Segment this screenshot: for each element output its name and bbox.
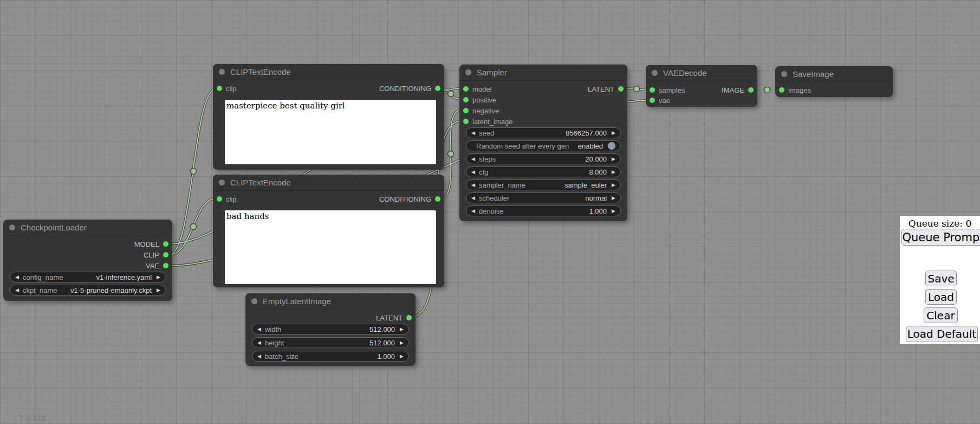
widget-random-seed-toggle[interactable]: Random seed after every gen enabled (466, 140, 621, 151)
widget-batch-size[interactable]: batch_size 1.000 (252, 351, 409, 362)
node-titlebar[interactable]: CLIPTextEncode (213, 175, 444, 191)
input-slot-latent-image[interactable]: latent_image (463, 117, 512, 126)
node-graph-canvas[interactable]: { "canvas": { "perf_text": "T: 0.00s" },… (0, 0, 980, 424)
widget-config-name[interactable]: config_name v1-inference.yaml (10, 272, 166, 282)
increment-arrow-icon[interactable] (157, 275, 160, 280)
input-slot-samples[interactable]: samples (650, 85, 685, 95)
input-slot-dot[interactable] (463, 86, 469, 92)
clear-button[interactable]: Clear (924, 307, 958, 323)
output-slot-dot[interactable] (748, 87, 754, 93)
node-titlebar[interactable]: SaveImage (775, 66, 893, 82)
increment-arrow-icon[interactable] (400, 327, 404, 332)
node-titlebar[interactable]: EmptyLatentImage (245, 293, 416, 310)
queue-prompt-button[interactable]: Queue Prompt (901, 229, 980, 246)
decrement-arrow-icon[interactable] (471, 209, 475, 214)
input-slot-dot[interactable] (779, 87, 784, 93)
widget-steps[interactable]: steps 20.000 (466, 153, 621, 164)
collapse-dot-icon[interactable] (219, 179, 225, 185)
load-default-button[interactable]: Load Default (906, 326, 978, 342)
widget-scheduler[interactable]: scheduler normal (466, 192, 621, 203)
input-slot-vae[interactable]: vae (650, 95, 670, 105)
decrement-arrow-icon[interactable] (471, 183, 475, 188)
output-slot-dot[interactable] (163, 252, 168, 258)
increment-arrow-icon[interactable] (612, 209, 615, 214)
decrement-arrow-icon[interactable] (471, 131, 475, 136)
node-vae-decode[interactable]: VAEDecode samples vae IMAGE (646, 65, 757, 107)
input-slot-positive[interactable]: positive (463, 95, 496, 105)
increment-arrow-icon[interactable] (400, 341, 404, 345)
decrement-arrow-icon[interactable] (471, 157, 475, 162)
increment-arrow-icon[interactable] (612, 183, 615, 188)
node-clip-text-encode-positive[interactable]: CLIPTextEncode clip CONDITIONING masterp… (213, 64, 444, 170)
slot-label: images (788, 86, 811, 94)
node-sampler[interactable]: Sampler model positive negative latent_i… (459, 65, 627, 221)
collapse-dot-icon[interactable] (219, 69, 225, 75)
widget-sampler-name[interactable]: sampler_name sample_euler (466, 179, 621, 190)
input-slot-dot[interactable] (217, 196, 222, 202)
input-slot-clip[interactable]: clip (217, 194, 237, 204)
increment-arrow-icon[interactable] (612, 170, 615, 175)
output-slot-dot[interactable] (163, 241, 168, 247)
output-slot-dot[interactable] (406, 315, 412, 320)
decrement-arrow-icon[interactable] (15, 275, 19, 280)
decrement-arrow-icon[interactable] (257, 327, 261, 332)
input-slot-dot[interactable] (217, 86, 222, 91)
widget-label: denoise (479, 207, 504, 215)
output-slot-conditioning[interactable]: CONDITIONING (379, 194, 440, 204)
output-slot-dot[interactable] (435, 86, 440, 91)
output-slot-conditioning[interactable]: CONDITIONING (379, 83, 440, 93)
output-slot-latent[interactable]: LATENT (588, 84, 624, 94)
prompt-textarea[interactable]: masterpiece best quality girl (225, 100, 436, 164)
increment-arrow-icon[interactable] (157, 288, 160, 293)
input-slot-negative[interactable]: negative (463, 106, 499, 115)
node-checkpoint-loader[interactable]: CheckpointLoader MODEL CLIP VAE config_n… (3, 220, 172, 301)
node-titlebar[interactable]: Sampler (459, 65, 627, 81)
input-slot-dot[interactable] (463, 119, 469, 124)
node-titlebar[interactable]: CheckpointLoader (3, 220, 172, 236)
widget-seed[interactable]: seed 8566257.000 (466, 127, 621, 138)
node-titlebar[interactable]: CLIPTextEncode (213, 64, 444, 80)
input-slot-clip[interactable]: clip (217, 83, 237, 93)
node-save-image[interactable]: SaveImage images (775, 66, 893, 97)
node-empty-latent-image[interactable]: EmptyLatentImage LATENT width 512.000 he… (245, 293, 416, 366)
output-slot-image[interactable]: IMAGE (722, 85, 754, 95)
load-button[interactable]: Load (925, 289, 957, 305)
prompt-textarea[interactable]: bad hands (225, 210, 436, 284)
collapse-dot-icon[interactable] (251, 298, 257, 304)
collapse-dot-icon[interactable] (781, 71, 787, 77)
collapse-dot-icon[interactable] (465, 69, 471, 75)
widget-width[interactable]: width 512.000 (252, 324, 409, 335)
increment-arrow-icon[interactable] (612, 131, 615, 136)
input-slot-model[interactable]: model (463, 84, 491, 94)
input-slot-images[interactable]: images (779, 85, 811, 95)
increment-arrow-icon[interactable] (612, 157, 615, 162)
decrement-arrow-icon[interactable] (15, 288, 19, 293)
decrement-arrow-icon[interactable] (471, 196, 475, 201)
node-titlebar[interactable]: VAEDecode (646, 65, 757, 81)
widget-ckpt-name[interactable]: ckpt_name v1-5-pruned-emaonly.ckpt (10, 285, 166, 295)
decrement-arrow-icon[interactable] (257, 354, 261, 359)
collapse-dot-icon[interactable] (652, 70, 658, 76)
increment-arrow-icon[interactable] (612, 196, 615, 201)
input-slot-dot[interactable] (463, 97, 469, 102)
widget-denoise[interactable]: denoise 1.000 (466, 205, 621, 216)
increment-arrow-icon[interactable] (400, 354, 404, 359)
output-slot-model[interactable]: MODEL (134, 239, 168, 249)
decrement-arrow-icon[interactable] (471, 170, 475, 175)
output-slot-dot[interactable] (618, 86, 624, 92)
output-slot-latent[interactable]: LATENT (376, 313, 412, 323)
input-slot-dot[interactable] (463, 108, 469, 113)
collapse-dot-icon[interactable] (9, 224, 15, 230)
output-slot-dot[interactable] (163, 263, 168, 268)
toggle-circle-icon[interactable] (608, 142, 615, 150)
input-slot-dot[interactable] (650, 98, 655, 103)
save-button[interactable]: Save (925, 271, 957, 286)
output-slot-vae[interactable]: VAE (146, 261, 168, 271)
widget-height[interactable]: height 512.000 (252, 337, 409, 348)
widget-cfg[interactable]: cfg 8.000 (466, 166, 621, 177)
input-slot-dot[interactable] (650, 87, 655, 93)
output-slot-dot[interactable] (435, 196, 440, 202)
output-slot-clip[interactable]: CLIP (144, 250, 168, 260)
decrement-arrow-icon[interactable] (257, 341, 261, 345)
node-clip-text-encode-negative[interactable]: CLIPTextEncode clip CONDITIONING bad han… (213, 175, 444, 287)
